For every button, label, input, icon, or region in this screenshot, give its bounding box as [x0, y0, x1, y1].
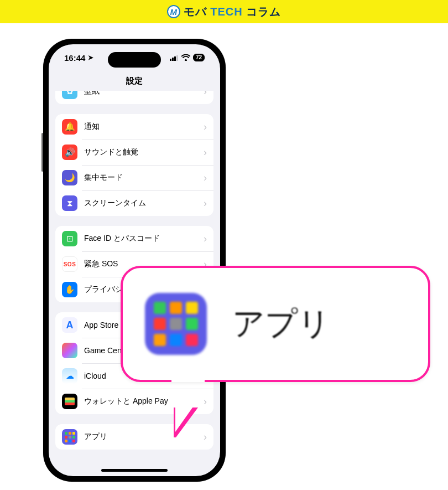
brand-logo-icon: M: [167, 5, 180, 18]
brand: M モバTECHコラム: [167, 4, 280, 19]
hand-icon: ✋: [62, 282, 77, 297]
dynamic-island: [108, 52, 161, 68]
iphone-frame: 16:44 ➤ 72 設定 ✿ 壁紙 ›: [43, 39, 226, 482]
gamecenter-icon: [62, 343, 77, 358]
nav-title: 設定: [49, 71, 220, 91]
status-time: 16:44: [64, 53, 85, 63]
moon-icon: 🌙: [62, 170, 77, 185]
row-label: 壁紙: [84, 91, 204, 96]
row-label: スクリーンタイム: [84, 198, 204, 208]
callout-bubble: アプリ: [121, 266, 430, 382]
brand-bar: M モバTECHコラム: [0, 0, 448, 23]
location-icon: ➤: [88, 54, 93, 61]
sos-icon: SOS: [62, 256, 77, 272]
svg-rect-0: [170, 59, 171, 61]
bell-icon: 🔔: [62, 119, 77, 135]
row-label: 通知: [84, 122, 204, 132]
cellular-icon: [170, 55, 179, 61]
chevron-right-icon: ›: [204, 172, 207, 184]
brand-text-2: TECH: [210, 6, 242, 18]
home-indicator[interactable]: [101, 469, 168, 472]
svg-rect-2: [174, 56, 176, 61]
apps-grid-icon: [62, 429, 77, 445]
settings-row-sounds[interactable]: 🔊 サウンドと触覚 ›: [55, 140, 213, 165]
chevron-right-icon: ›: [204, 396, 207, 408]
callout-label: アプリ: [232, 302, 330, 345]
svg-rect-3: [176, 55, 178, 61]
svg-rect-1: [172, 58, 174, 61]
chevron-right-icon: ›: [204, 198, 207, 209]
brand-text-3: コラム: [246, 4, 281, 19]
chevron-right-icon: ›: [204, 147, 207, 158]
apps-grid-icon: [145, 293, 207, 355]
settings-row-wallpaper[interactable]: ✿ 壁紙 ›: [55, 91, 213, 104]
wifi-icon: [181, 54, 190, 61]
cloud-icon: ☁: [62, 368, 77, 384]
svg-point-4: [185, 59, 186, 61]
chevron-right-icon: ›: [204, 121, 207, 133]
wallet-icon: [62, 394, 77, 409]
battery-icon: 72: [193, 54, 205, 61]
settings-row-screentime[interactable]: ⧗ スクリーンタイム ›: [55, 190, 213, 216]
row-label: サウンドと触覚: [84, 147, 204, 157]
row-label: 集中モード: [84, 173, 204, 183]
chevron-right-icon: ›: [204, 431, 207, 443]
speaker-icon: 🔊: [62, 145, 77, 160]
faceid-icon: ⊡: [62, 231, 77, 246]
wallpaper-icon: ✿: [62, 91, 77, 99]
chevron-right-icon: ›: [204, 91, 207, 97]
settings-row-notifications[interactable]: 🔔 通知 ›: [55, 114, 213, 140]
chevron-right-icon: ›: [204, 233, 207, 245]
settings-group-display: ✿ 壁紙 ›: [55, 91, 213, 104]
row-label: Face ID とパスコード: [84, 234, 204, 244]
appstore-icon: A: [62, 317, 77, 333]
brand-text-1: モバ: [184, 4, 207, 19]
settings-group-notifications: 🔔 通知 › 🔊 サウンドと触覚 › 🌙 集中モード › ⧗ スクリーンタイム: [55, 114, 213, 216]
hourglass-icon: ⧗: [62, 195, 77, 211]
settings-row-focus[interactable]: 🌙 集中モード ›: [55, 165, 213, 190]
settings-title: 設定: [126, 76, 143, 86]
settings-row-faceid[interactable]: ⊡ Face ID とパスコード ›: [55, 226, 213, 251]
